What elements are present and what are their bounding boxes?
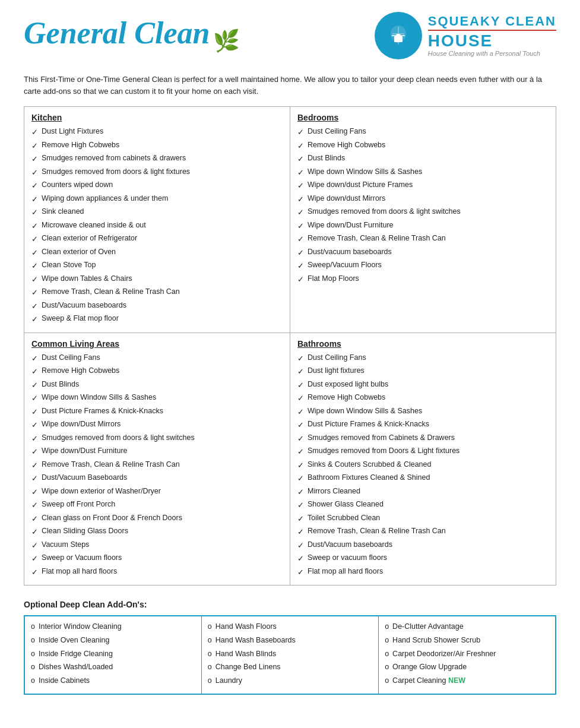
header: General Clean🌿 SQUEAKY CLEAN HOUSE House… <box>24 12 556 63</box>
check-icon: ✓ <box>31 513 38 525</box>
check-icon: ✓ <box>297 460 304 471</box>
check-icon: ✓ <box>31 247 38 259</box>
list-item: ✓Dust/Vacuum baseboards <box>31 300 283 312</box>
list-item: ✓Wipe down/Dust Mirrors <box>31 419 283 431</box>
check-icon: ✓ <box>297 207 304 219</box>
check-icon: ✓ <box>31 393 38 404</box>
check-icon: ✓ <box>297 486 304 498</box>
check-icon: ✓ <box>297 366 304 378</box>
check-icon: ✓ <box>297 126 304 138</box>
bullet-icon: o <box>385 635 389 646</box>
check-icon: ✓ <box>297 499 304 511</box>
list-item: ✓Remove High Cobwebs <box>297 140 549 152</box>
addon-item: oHand Wash Blinds <box>208 648 372 660</box>
check-icon: ✓ <box>31 526 38 538</box>
list-item: ✓Smudges removed from doors & light fixt… <box>31 166 283 179</box>
list-item: ✓Wipe down Tables & Chairs <box>31 273 283 286</box>
list-item: ✓Smudges removed from Cabinets & Drawers <box>297 432 549 445</box>
main-checklist-table: Kitchen ✓Dust Light Fixtures✓Remove High… <box>24 106 556 585</box>
addon-item: oCarpet Cleaning NEW <box>385 675 549 686</box>
check-icon: ✓ <box>31 140 38 152</box>
check-icon: ✓ <box>297 274 304 286</box>
check-icon: ✓ <box>297 260 304 272</box>
list-item: ✓Dust/vacuum baseboards <box>297 246 549 259</box>
main-title: General Clean <box>24 16 210 50</box>
list-item: ✓Toilet Scrubbed Clean <box>297 512 549 525</box>
check-icon: ✓ <box>297 540 304 552</box>
check-icon: ✓ <box>31 300 38 312</box>
list-item: ✓Remove Trash, Clean & Reline Trash Can <box>297 526 549 538</box>
bullet-icon: o <box>208 621 212 632</box>
common-living-list: ✓Dust Ceiling Fans✓Remove High Cobwebs✓D… <box>31 352 283 578</box>
common-living-title: Common Living Areas <box>31 339 283 349</box>
bullet-icon: o <box>31 675 35 686</box>
list-item: ✓Bathroom Fixtures Cleaned & Shined <box>297 472 549 485</box>
list-item: ✓Dust Light Fixtures <box>31 126 283 138</box>
bathrooms-title: Bathrooms <box>297 339 549 349</box>
list-item: ✓Dust light fixtures <box>297 365 549 378</box>
new-badge: NEW <box>448 676 465 685</box>
list-item: ✓Wiping down appliances & under them <box>31 193 283 205</box>
check-icon: ✓ <box>297 553 304 565</box>
list-item: ✓Dust/Vacuum baseboards <box>297 539 549 552</box>
list-item: ✓Vacuum Steps <box>31 539 283 552</box>
bullet-icon: o <box>208 648 212 660</box>
bullet-icon: o <box>208 675 212 686</box>
check-icon: ✓ <box>31 486 38 498</box>
check-icon: ✓ <box>31 274 38 286</box>
addon-item: oOrange Glow Upgrade <box>385 661 549 673</box>
check-icon: ✓ <box>31 180 38 192</box>
list-item: ✓Clean glass on Front Door & French Door… <box>31 512 283 525</box>
check-icon: ✓ <box>297 566 304 578</box>
addon-item: oInside Cabinets <box>31 675 195 686</box>
list-item: ✓Remove Trash, Clean & Reline Trash Can <box>297 233 549 245</box>
list-item: ✓Dust Picture Frames & Knick-Knacks <box>31 406 283 418</box>
list-item: ✓Sinks & Couters Scrubbed & Cleaned <box>297 459 549 471</box>
list-item: ✓Mirrors Cleaned <box>297 486 549 498</box>
logo-circle <box>375 12 422 59</box>
check-icon: ✓ <box>31 460 38 471</box>
check-icon: ✓ <box>31 406 38 418</box>
check-icon: ✓ <box>31 566 38 578</box>
check-icon: ✓ <box>31 287 38 299</box>
check-icon: ✓ <box>297 433 304 445</box>
brand-tagline: House Cleaning with a Personal Touch <box>428 50 556 57</box>
intro-text: This First-Time or One-Time General Clea… <box>24 74 556 97</box>
addon-item: oInside Fridge Cleaning <box>31 648 195 660</box>
addon-col-1: oHand Wash FloorsoHand Wash BaseboardsoH… <box>201 616 378 694</box>
list-item: ✓Sweep off Front Porch <box>31 499 283 511</box>
list-item: ✓Counters wiped down <box>31 179 283 192</box>
list-item: ✓Smudges removed from Doors & Light fixt… <box>297 445 549 458</box>
check-icon: ✓ <box>297 220 304 232</box>
check-icon: ✓ <box>297 233 304 245</box>
check-icon: ✓ <box>297 180 304 192</box>
list-item: ✓Remove High Cobwebs <box>31 140 283 152</box>
list-item: ✓Wipe down/Dust Furniture <box>31 445 283 458</box>
addon-item: oInside Oven Cleaning <box>31 635 195 646</box>
list-item: ✓Wipe down/dust Mirrors <box>297 193 549 205</box>
check-icon: ✓ <box>31 233 38 245</box>
addon-item: oHand Wash Floors <box>208 621 372 632</box>
list-item: ✓Dust Ceiling Fans <box>31 352 283 365</box>
check-icon: ✓ <box>31 540 38 552</box>
list-item: ✓Dust Picture Frames & Knick-Knacks <box>297 419 549 431</box>
list-item: ✓Clean Stove Top <box>31 259 283 272</box>
list-item: ✓Remove Trash, Clean & Reline Trash Can <box>31 286 283 299</box>
optional-section: Optional Deep Clean Add-On's: oInterior … <box>24 600 556 695</box>
addon-item: oDishes Washd/Loaded <box>31 661 195 673</box>
kitchen-section: Kitchen ✓Dust Light Fixtures✓Remove High… <box>24 107 290 333</box>
addon-item: oHand Wash Baseboards <box>208 635 372 646</box>
bullet-icon: o <box>31 635 35 646</box>
bedrooms-list: ✓Dust Ceiling Fans✓Remove High Cobwebs✓D… <box>297 126 549 285</box>
check-icon: ✓ <box>297 167 304 179</box>
list-item: ✓Smudges removed from doors & light swit… <box>31 432 283 445</box>
list-item: ✓Dust Blinds <box>31 379 283 391</box>
list-item: ✓Flat mop all hard floors <box>31 566 283 578</box>
check-icon: ✓ <box>297 194 304 205</box>
common-living-section: Common Living Areas ✓Dust Ceiling Fans✓R… <box>24 333 290 585</box>
check-icon: ✓ <box>31 433 38 445</box>
list-item: ✓Clean exterior of Oven <box>31 246 283 259</box>
check-icon: ✓ <box>31 126 38 138</box>
leaf-icon: 🌿 <box>213 29 240 53</box>
check-icon: ✓ <box>31 314 38 325</box>
